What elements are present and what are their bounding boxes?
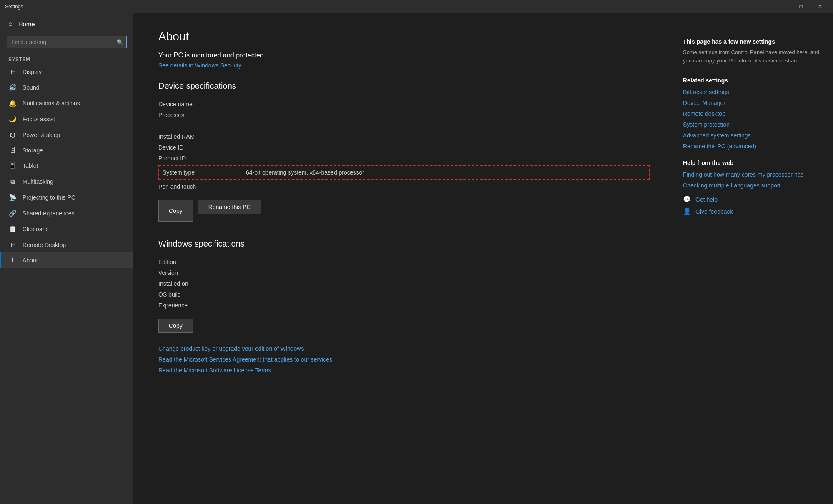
- sidebar-item-power[interactable]: ⏻ Power & sleep: [0, 127, 133, 142]
- power-icon: ⏻: [8, 131, 17, 138]
- sidebar-item-storage[interactable]: 🗄 Storage: [0, 142, 133, 158]
- spec-label-version: Version: [158, 268, 242, 278]
- search-icon: 🔍: [117, 39, 123, 45]
- spec-label-system-type: System type: [163, 167, 246, 177]
- notifications-icon: 🔔: [8, 100, 17, 107]
- spec-value-pen-touch: [242, 182, 650, 192]
- power-label: Power & sleep: [23, 132, 60, 138]
- rename-pc-button[interactable]: Rename this PC: [198, 200, 261, 214]
- about-label: About: [23, 257, 38, 264]
- new-settings-title: This page has a few new settings: [683, 38, 820, 45]
- projecting-label: Projecting to this PC: [23, 194, 75, 201]
- copy-windows-specs-button[interactable]: Copy: [158, 319, 193, 333]
- notifications-label: Notifications & actions: [23, 100, 80, 107]
- spec-label-spacer: [158, 121, 242, 131]
- get-help-icon: 💬: [683, 195, 691, 203]
- advanced-system-settings-link[interactable]: Advanced system settings: [683, 132, 820, 139]
- close-button[interactable]: ✕: [810, 0, 830, 13]
- sidebar-item-focus[interactable]: 🌙 Focus assist: [0, 111, 133, 127]
- change-product-key-link[interactable]: Change product key or upgrade your editi…: [158, 345, 650, 352]
- spec-value-os-build: [242, 289, 650, 299]
- clipboard-label: Clipboard: [23, 226, 48, 232]
- window-controls: ─ □ ✕: [772, 0, 830, 13]
- windows-specs-table: Edition Version Installed on OS build Ex…: [158, 257, 650, 310]
- remote-label: Remote Desktop: [23, 242, 66, 248]
- sidebar-item-notifications[interactable]: 🔔 Notifications & actions: [0, 95, 133, 111]
- spec-value-installed-on: [242, 279, 650, 289]
- ms-software-license-link[interactable]: Read the Microsoft Software License Term…: [158, 367, 650, 374]
- focus-icon: 🌙: [8, 115, 17, 123]
- sidebar-item-remote[interactable]: 🖥 Remote Desktop: [0, 237, 133, 252]
- sidebar-item-projecting[interactable]: 📡 Projecting to this PC: [0, 190, 133, 205]
- about-icon: ℹ: [8, 257, 17, 264]
- sidebar-item-multitasking[interactable]: ⧉ Multitasking: [0, 174, 133, 190]
- spec-value-ram: [242, 132, 650, 142]
- spec-value-spacer: [242, 121, 650, 131]
- system-protection-link[interactable]: System protection: [683, 121, 820, 128]
- device-specs-title: Device specifications: [158, 81, 650, 91]
- spec-label-device-id: Device ID: [158, 142, 242, 152]
- sidebar-item-display[interactable]: 🖥 Display: [0, 64, 133, 80]
- spec-label-pen-touch: Pen and touch: [158, 182, 242, 192]
- sidebar-item-home[interactable]: ⌂ Home: [0, 13, 133, 34]
- spec-value-processor: [242, 110, 650, 120]
- minimize-button[interactable]: ─: [772, 0, 791, 13]
- spec-label-device-name: Device name: [158, 99, 242, 109]
- focus-label: Focus assist: [23, 116, 55, 122]
- ms-services-agreement-link[interactable]: Read the Microsoft Services Agreement th…: [158, 356, 650, 363]
- get-help-item: 💬 Get help: [683, 195, 820, 203]
- right-panel: This page has a few new settings Some se…: [675, 13, 833, 504]
- remote-icon: 🖥: [8, 241, 17, 248]
- sidebar-item-about[interactable]: ℹ About: [0, 252, 133, 268]
- help-section: Help from the web Finding out how many c…: [683, 160, 820, 215]
- security-link[interactable]: See details in Windows Security: [158, 62, 241, 69]
- sidebar-item-shared[interactable]: 🔗 Shared experiences: [0, 205, 133, 221]
- app-body: ⌂ Home 🔍 System 🖥 Display 🔊 Sound 🔔 Noti…: [0, 13, 833, 504]
- storage-label: Storage: [23, 147, 43, 154]
- security-status: Your PC is monitored and protected.: [158, 52, 650, 59]
- tablet-label: Tablet: [23, 162, 38, 169]
- display-label: Display: [23, 69, 42, 75]
- sidebar-item-clipboard[interactable]: 📋 Clipboard: [0, 221, 133, 237]
- home-icon: ⌂: [8, 20, 13, 27]
- give-feedback-link[interactable]: Give feedback: [695, 208, 733, 215]
- help-link-languages[interactable]: Checking multiple Languages support: [683, 182, 820, 189]
- remote-desktop-link[interactable]: Remote desktop: [683, 110, 820, 117]
- help-label: Help from the web: [683, 160, 820, 166]
- multitasking-label: Multitasking: [23, 178, 53, 185]
- display-icon: 🖥: [8, 68, 17, 75]
- spec-value-version: [242, 268, 650, 278]
- system-type-row-highlighted: System type 64-bit operating system, x64…: [158, 165, 650, 180]
- rename-pc-advanced-link[interactable]: Rename this PC (advanced): [683, 143, 820, 150]
- maximize-button[interactable]: □: [791, 0, 810, 13]
- main-content: About Your PC is monitored and protected…: [133, 13, 675, 504]
- spec-label-product-id: Product ID: [158, 153, 242, 163]
- related-settings-label: Related settings: [683, 77, 820, 84]
- spec-value-product-id: [242, 153, 650, 163]
- spec-value-system-type: 64-bit operating system, x64-based proce…: [246, 167, 645, 177]
- sidebar-item-sound[interactable]: 🔊 Sound: [0, 80, 133, 95]
- help-link-cores[interactable]: Finding out how many cores my processor …: [683, 171, 820, 178]
- windows-specs-title: Windows specifications: [158, 239, 650, 249]
- sidebar: ⌂ Home 🔍 System 🖥 Display 🔊 Sound 🔔 Noti…: [0, 13, 133, 504]
- sidebar-item-tablet[interactable]: 📱 Tablet: [0, 158, 133, 174]
- clipboard-icon: 📋: [8, 225, 17, 233]
- device-manager-link[interactable]: Device Manager: [683, 100, 820, 106]
- multitasking-icon: ⧉: [8, 178, 17, 185]
- spec-label-experience: Experience: [158, 300, 242, 310]
- sound-label: Sound: [23, 84, 39, 91]
- spec-label-installed-on: Installed on: [158, 279, 242, 289]
- storage-icon: 🗄: [8, 147, 17, 154]
- spec-value-device-id: [242, 142, 650, 152]
- sound-icon: 🔊: [8, 84, 17, 91]
- bitlocker-settings-link[interactable]: BitLocker settings: [683, 89, 820, 95]
- search-input[interactable]: [7, 36, 127, 48]
- search-box: 🔍: [7, 36, 127, 48]
- shared-label: Shared experiences: [23, 210, 75, 217]
- spec-label-processor: Processor: [158, 110, 242, 120]
- get-help-link[interactable]: Get help: [695, 196, 718, 203]
- new-settings-desc: Some settings from Control Panel have mo…: [683, 48, 820, 65]
- copy-device-specs-button[interactable]: Copy: [158, 200, 193, 222]
- spec-label-edition: Edition: [158, 257, 242, 267]
- spec-label-os-build: OS build: [158, 289, 242, 299]
